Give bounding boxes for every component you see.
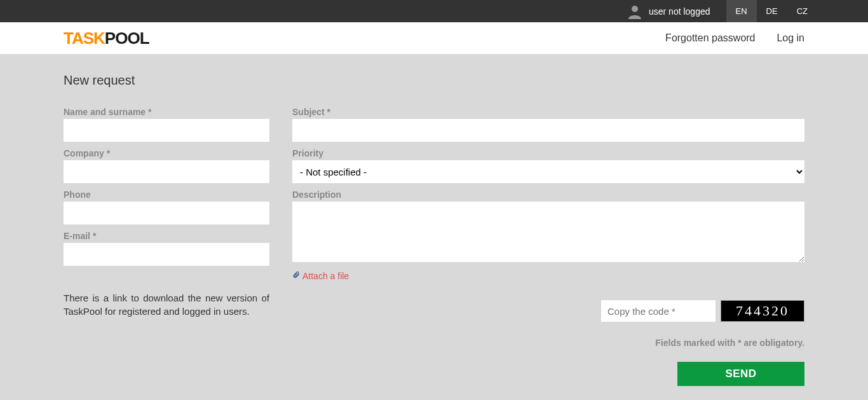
captcha-row: 744320 <box>292 300 804 322</box>
page-title: New request <box>64 73 804 88</box>
subject-input[interactable] <box>292 119 804 142</box>
main-content: New request Name and surname * Company *… <box>0 54 868 400</box>
forgotten-password-link[interactable]: Forgotten password <box>665 32 755 43</box>
description-label: Description <box>292 190 804 200</box>
priority-select[interactable]: - Not specified - <box>292 160 804 183</box>
logo-pool: POOL <box>105 29 149 48</box>
attach-file-link[interactable]: Attach a file <box>302 271 349 281</box>
phone-input[interactable] <box>64 202 269 224</box>
company-input[interactable] <box>64 160 269 183</box>
subject-label: Subject * <box>292 107 804 117</box>
right-column: Subject * Priority - Not specified - Des… <box>292 107 804 386</box>
captcha-image: 744320 <box>721 300 804 322</box>
email-input[interactable] <box>64 243 269 266</box>
header-links: Forgotten password Log in <box>646 32 804 44</box>
language-switcher: EN DE CZ <box>726 0 817 22</box>
svg-point-0 <box>632 6 638 12</box>
attach-row: Attach a file <box>292 270 804 281</box>
logo[interactable]: TASKPOOL <box>64 29 149 48</box>
obligatory-note: Fields marked with * are obligatory. <box>292 338 804 348</box>
email-label: E-mail * <box>64 231 269 241</box>
name-input[interactable] <box>64 119 269 142</box>
captcha-input[interactable] <box>601 300 715 322</box>
header: TASKPOOL Forgotten password Log in <box>0 22 868 54</box>
captcha-code: 744320 <box>736 303 789 319</box>
company-label: Company * <box>64 148 269 158</box>
lang-en[interactable]: EN <box>726 0 757 22</box>
priority-label: Priority <box>292 148 804 158</box>
info-text: There is a link to download the new vers… <box>64 291 269 318</box>
send-button[interactable]: SEND <box>677 362 804 386</box>
lang-de[interactable]: DE <box>757 0 787 22</box>
log-in-link[interactable]: Log in <box>776 32 804 43</box>
user-status-text: user not logged <box>649 6 710 17</box>
user-info: user not logged <box>627 4 710 19</box>
paperclip-icon <box>292 270 300 281</box>
left-column: Name and surname * Company * Phone E-mai… <box>64 107 269 386</box>
lang-cz[interactable]: CZ <box>787 0 817 22</box>
name-label: Name and surname * <box>64 107 269 117</box>
avatar-icon <box>627 4 642 19</box>
logo-task: TASK <box>64 29 105 48</box>
phone-label: Phone <box>64 190 269 200</box>
description-textarea[interactable] <box>292 202 804 262</box>
top-bar: user not logged EN DE CZ <box>0 0 868 22</box>
